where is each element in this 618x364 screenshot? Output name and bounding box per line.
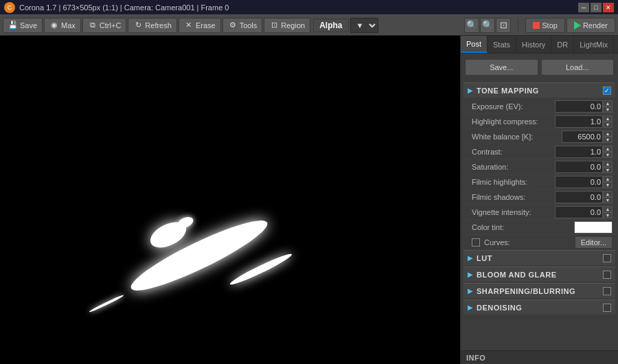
contrast-label: Contrast: — [472, 148, 555, 156]
exposure-arrows: ▲ ▼ — [603, 100, 613, 113]
tone-mapping-header[interactable]: ▶ TONE MAPPING ✓ — [464, 82, 615, 98]
erase-icon: ✕ — [184, 21, 194, 30]
bloom-arrow: ▶ — [468, 271, 473, 278]
tab-post[interactable]: Post — [461, 36, 488, 53]
sharpening-checkbox[interactable] — [603, 287, 611, 295]
max-button[interactable]: ◉ Max — [44, 18, 81, 33]
contrast-up[interactable]: ▲ — [603, 146, 613, 152]
colortint-swatch[interactable] — [574, 221, 613, 234]
contrast-arrows: ▲ ▼ — [603, 146, 613, 158]
title-bar: C Corona 1.7 | 673×505px (1:1) | Camera:… — [0, 0, 618, 15]
saturation-row: Saturation: ▲ ▼ — [464, 159, 615, 174]
exposure-input[interactable] — [555, 100, 603, 113]
curves-row: Curves: Editor... — [464, 235, 615, 250]
sharpening-header[interactable]: ▶ SHARPENING/BLURRING — [464, 283, 615, 298]
highlight-spinbox: ▲ ▼ — [555, 115, 613, 128]
bloom-title: BLOOM AND GLARE — [477, 271, 603, 279]
tab-dr[interactable]: DR — [551, 36, 574, 53]
tab-history[interactable]: History — [516, 36, 551, 53]
filmic-shadows-arrows: ▲ ▼ — [603, 191, 613, 203]
contrast-down[interactable]: ▼ — [603, 152, 613, 158]
whitebalance-down[interactable]: ▼ — [603, 137, 613, 143]
tone-mapping-arrow: ▶ — [468, 87, 473, 94]
tab-lightmix[interactable]: LightMix — [574, 36, 614, 53]
panel-load-button[interactable]: Load... — [541, 59, 615, 76]
erase-button[interactable]: ✕ Erase — [179, 18, 221, 33]
refresh-button[interactable]: ↻ Refresh — [128, 18, 177, 33]
copy-button[interactable]: ⧉ Ctrl+C — [82, 18, 126, 33]
whitebalance-input[interactable] — [562, 130, 603, 143]
filmic-highlights-row: Filmic highlights: ▲ ▼ — [464, 174, 615, 190]
vignette-input[interactable] — [555, 206, 603, 218]
filmic-shadows-input[interactable] — [555, 191, 603, 203]
denoising-arrow: ▶ — [468, 304, 473, 311]
filmic-highlights-up[interactable]: ▲ — [603, 176, 613, 182]
zoom-out-button[interactable]: 🔍 — [480, 18, 495, 33]
tab-stats[interactable]: Stats — [488, 36, 516, 53]
contrast-input[interactable] — [555, 146, 603, 158]
maximize-button[interactable]: □ — [591, 3, 602, 12]
panel-save-button[interactable]: Save... — [465, 59, 538, 76]
exposure-down[interactable]: ▼ — [603, 106, 613, 113]
vignette-down[interactable]: ▼ — [603, 212, 613, 218]
highlight-down[interactable]: ▼ — [603, 122, 613, 128]
filmic-shadows-row: Filmic shadows: ▲ ▼ — [464, 190, 615, 205]
toolbar: 💾 Save ◉ Max ⧉ Ctrl+C ↻ Refresh ✕ Erase … — [0, 15, 618, 36]
saturation-up[interactable]: ▲ — [603, 161, 613, 167]
colortint-row: Color tint: — [464, 220, 615, 235]
vignette-row: Vignette intensity: ▲ ▼ — [464, 205, 615, 220]
whitebalance-spinbox: ▲ ▼ — [562, 130, 613, 143]
tone-mapping-fields: Exposure (EV): ▲ ▼ Highlight compress: — [464, 99, 615, 250]
tools-button[interactable]: ⚙ Tools — [222, 18, 263, 33]
save-icon: 💾 — [8, 21, 18, 30]
saturation-input[interactable] — [555, 161, 603, 173]
saturation-label: Saturation: — [472, 163, 555, 171]
highlight-input[interactable] — [555, 115, 603, 128]
save-button[interactable]: 💾 Save — [3, 18, 43, 33]
curves-editor-button[interactable]: Editor... — [575, 236, 613, 249]
highlight-arrows: ▲ ▼ — [603, 115, 613, 128]
vignette-up[interactable]: ▲ — [603, 206, 613, 212]
main-area: Post Stats History DR LightMix Save... L… — [0, 36, 618, 364]
region-button[interactable]: ⊡ Region — [264, 18, 310, 33]
close-button[interactable]: ✕ — [603, 3, 614, 12]
bloom-header[interactable]: ▶ BLOOM AND GLARE — [464, 266, 615, 282]
filmic-shadows-up[interactable]: ▲ — [603, 191, 613, 197]
channel-dropdown[interactable]: ▼ — [350, 18, 378, 33]
minimize-button[interactable]: ─ — [578, 3, 589, 12]
exposure-label: Exposure (EV): — [472, 102, 555, 111]
zoom-in-button[interactable]: 🔍 — [464, 18, 479, 33]
colortint-label: Color tint: — [472, 223, 574, 231]
lut-header[interactable]: ▶ LUT — [464, 250, 615, 265]
highlight-up[interactable]: ▲ — [603, 115, 613, 122]
denoising-header[interactable]: ▶ DENOISING — [464, 299, 615, 315]
tone-mapping-checkbox[interactable]: ✓ — [603, 87, 611, 95]
zoom-fit-button[interactable]: ⊡ — [496, 18, 511, 33]
window-controls: ─ □ ✕ — [578, 3, 614, 12]
lut-checkbox[interactable] — [603, 254, 611, 262]
filmic-shadows-down[interactable]: ▼ — [603, 197, 613, 203]
whitebalance-row: White balance [K]: ▲ ▼ — [464, 129, 615, 144]
bloom-checkbox[interactable] — [603, 271, 611, 279]
filmic-highlights-spinbox: ▲ ▼ — [555, 176, 613, 188]
lut-arrow: ▶ — [468, 254, 473, 262]
highlight-label: Highlight compress: — [472, 117, 555, 126]
tools-icon: ⚙ — [228, 21, 238, 30]
filmic-highlights-arrows: ▲ ▼ — [603, 176, 613, 188]
denoising-checkbox[interactable] — [603, 304, 611, 312]
filmic-shadows-spinbox: ▲ ▼ — [555, 191, 613, 203]
exposure-up[interactable]: ▲ — [603, 100, 613, 106]
copy-icon: ⧉ — [88, 21, 98, 30]
save-load-row: Save... Load... — [464, 56, 615, 78]
vignette-label: Vignette intensity: — [472, 208, 555, 216]
whitebalance-label: White balance [K]: — [472, 133, 562, 141]
saturation-down[interactable]: ▼ — [603, 167, 613, 173]
whitebalance-up[interactable]: ▲ — [603, 130, 613, 137]
filmic-highlights-input[interactable] — [555, 176, 603, 188]
render-button[interactable]: Render — [566, 18, 615, 33]
filmic-highlights-down[interactable]: ▼ — [603, 182, 613, 188]
info-bar: INFO — [461, 350, 618, 364]
stop-button[interactable]: Stop — [525, 18, 565, 33]
highlight-row: Highlight compress: ▲ ▼ — [464, 114, 615, 129]
curves-checkbox[interactable] — [472, 238, 480, 247]
